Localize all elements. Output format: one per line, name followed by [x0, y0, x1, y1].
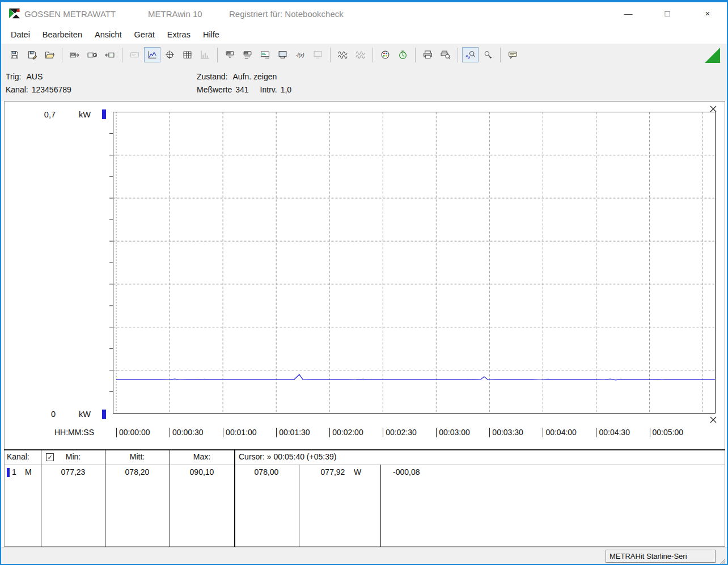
value-min: 077,23 [41, 467, 105, 477]
table-separator [41, 449, 41, 547]
y-axis-max-label: 0,7 [34, 110, 56, 119]
minimize-button[interactable]: — [612, 2, 644, 24]
monitor-offline-icon [313, 50, 323, 60]
timer-button[interactable] [395, 47, 411, 62]
table-header-cursor: Cursor: » 00:05:40 (+05:39) [239, 452, 336, 461]
print-preview-button[interactable] [437, 47, 454, 62]
read-device-button[interactable] [66, 47, 83, 62]
kanal-label: Kanal: [6, 85, 28, 94]
meter-settings-button[interactable] [239, 47, 256, 62]
chart-view-icon [147, 50, 157, 60]
save-button[interactable] [6, 47, 23, 62]
x-tick-mark [489, 428, 490, 437]
menu-geraet[interactable]: Gerät [128, 27, 161, 43]
y-axis-unit-bottom: kW [79, 410, 91, 419]
intrv-label: Intrv. [260, 85, 277, 94]
menu-bearbeiten[interactable]: Bearbeiten [36, 27, 88, 43]
zoom-select-button[interactable] [480, 47, 496, 62]
cursor-handle-top[interactable] [709, 105, 717, 113]
menu-extras[interactable]: Extras [161, 27, 197, 43]
print-preview-icon [441, 50, 450, 60]
display-settings-button[interactable] [257, 47, 273, 62]
function-fx-icon: -f(x) [295, 50, 305, 60]
print-icon [423, 50, 433, 60]
x-tick-mark [650, 428, 650, 437]
zoom-wave-button[interactable] [462, 47, 479, 62]
table-top-border [4, 449, 725, 450]
app-window: GOSSEN METRAWATT METRAwin 10 Registriert… [0, 0, 728, 565]
channel-color-marker [7, 468, 10, 477]
table-separator [299, 465, 299, 547]
device-online-icon [87, 50, 97, 60]
toolbar: -f(x) [1, 44, 727, 67]
value-mitt: 078,20 [105, 467, 169, 477]
chart-view-button[interactable] [144, 47, 160, 62]
brand-title: GOSSEN METRAWATT [24, 9, 116, 19]
channel-number[interactable]: 1 [12, 467, 16, 477]
meter-transfer-icon [225, 50, 235, 60]
x-tick-label: 00:00:00 [116, 428, 150, 437]
toolbar-separator [415, 48, 416, 62]
y-axis-ticks [109, 133, 113, 391]
maximize-button[interactable]: □ [651, 2, 683, 24]
colors-button[interactable] [377, 47, 393, 62]
annotation-icon [508, 50, 518, 60]
app-title: METRAwin 10 [148, 9, 202, 19]
print-button[interactable] [420, 47, 436, 62]
plot-svg[interactable] [108, 112, 716, 415]
save-as-button[interactable] [24, 47, 40, 62]
function-fx-button[interactable]: -f(x) [292, 47, 308, 62]
x-tick-mark [116, 428, 117, 437]
x-tick-label: 00:01:00 [223, 428, 257, 437]
trigger-status: Trig:AUS [6, 72, 43, 81]
meter-settings-icon [243, 50, 252, 60]
scope-view-icon [165, 50, 175, 60]
resize-grip[interactable] [717, 556, 726, 564]
table-view-button[interactable] [179, 47, 196, 62]
close-button[interactable]: × [692, 2, 723, 24]
colors-icon [380, 50, 390, 60]
scope-view-button[interactable] [162, 47, 178, 62]
dual-wave-alt-button[interactable] [352, 47, 369, 62]
dual-wave-button[interactable] [335, 47, 351, 62]
value-delta: -000,08 [393, 467, 420, 477]
x-tick-label: 00:01:30 [276, 428, 310, 437]
toolbar-separator [122, 48, 122, 62]
menu-datei[interactable]: Datei [5, 27, 36, 43]
messwerte-value: 341 [235, 85, 248, 94]
monitor-offline-button[interactable] [310, 47, 326, 62]
zustand-value: Aufn. zeigen [232, 72, 277, 81]
plot-frame [113, 112, 716, 414]
x-tick-label: 00:02:30 [383, 428, 417, 437]
annotation-button[interactable] [505, 47, 521, 62]
x-tick-mark [543, 428, 543, 437]
display-settings-icon [260, 50, 270, 60]
menu-hilfe[interactable]: Hilfe [197, 27, 226, 43]
table-separator [380, 465, 381, 547]
bar-view-button[interactable] [197, 47, 213, 62]
titlebar: GOSSEN METRAWATT METRAwin 10 Registriert… [1, 2, 727, 25]
menubar: Datei Bearbeiten Ansicht Gerät Extras Hi… [1, 25, 727, 44]
toolbar-separator [500, 48, 501, 62]
multimeter-display-button[interactable] [126, 47, 143, 62]
toolbar-separator [217, 48, 218, 62]
x-tick-label: 00:05:00 [650, 428, 684, 437]
monitor-view-button[interactable] [274, 47, 291, 62]
intrv-value: 1,0 [281, 85, 291, 94]
toolbar-separator [330, 48, 331, 62]
menu-ansicht[interactable]: Ansicht [88, 27, 128, 43]
toolbar-separator [62, 48, 62, 62]
value-unit: W [354, 467, 361, 477]
send-device-button[interactable] [101, 47, 118, 62]
open-button[interactable] [41, 47, 58, 62]
value-max: 090,10 [170, 467, 234, 477]
cursor-handle-bottom[interactable] [709, 416, 717, 424]
device-online-button[interactable] [84, 47, 100, 62]
zoom-select-icon [483, 50, 493, 60]
dual-wave-icon [338, 50, 348, 60]
timer-icon [398, 50, 408, 60]
table-header-min: Min: [41, 452, 105, 461]
meter-transfer-button[interactable] [222, 47, 238, 62]
x-tick-mark [383, 428, 383, 437]
toolbar-separator [373, 48, 373, 62]
